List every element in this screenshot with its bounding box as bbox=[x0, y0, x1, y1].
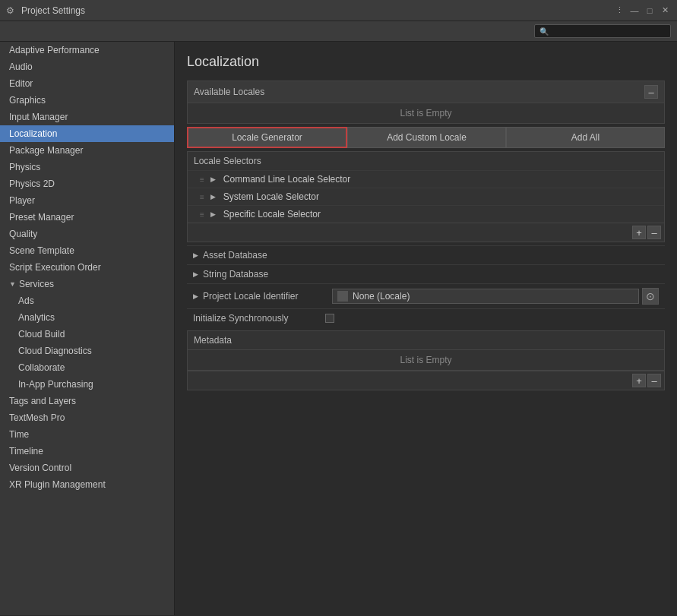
sidebar-label: Analytics bbox=[18, 312, 55, 323]
system-locale-selector-label: System Locale Selector bbox=[223, 191, 319, 202]
search-bar: 🔍 bbox=[0, 21, 677, 42]
sidebar-item-input-manager[interactable]: Input Manager bbox=[0, 109, 174, 125]
sidebar-item-analytics[interactable]: Analytics bbox=[0, 309, 174, 326]
add-all-button[interactable]: Add All bbox=[506, 127, 665, 148]
locale-generator-button[interactable]: Locale Generator bbox=[187, 127, 347, 148]
available-locales-empty: List is Empty bbox=[188, 103, 664, 123]
sidebar-label: Preset Manager bbox=[9, 212, 74, 223]
search-input[interactable] bbox=[552, 27, 666, 36]
sidebar: Adaptive PerformanceAudioEditorGraphicsI… bbox=[0, 42, 175, 615]
specific-locale-selector-row: ≡ ▶ Specific Locale Selector bbox=[188, 205, 664, 223]
window-title: Project Settings bbox=[21, 5, 613, 16]
sidebar-label: Input Manager bbox=[9, 112, 68, 122]
project-locale-value-field[interactable]: None (Locale) bbox=[332, 289, 639, 304]
asset-database-row[interactable]: ▶ Asset Database bbox=[187, 245, 665, 264]
locale-selectors-label: Locale Selectors bbox=[188, 152, 664, 170]
specific-locale-handle: ≡ bbox=[200, 210, 204, 219]
system-locale-selector-row: ≡ ▶ System Locale Selector bbox=[188, 188, 664, 205]
available-locales-header: Available Locales – bbox=[188, 81, 664, 103]
sidebar-item-collaborate[interactable]: Collaborate bbox=[0, 359, 174, 376]
project-locale-pick-button[interactable]: ⊙ bbox=[642, 288, 659, 305]
sidebar-label: Localization bbox=[9, 128, 57, 139]
sidebar-item-version-control[interactable]: Version Control bbox=[0, 460, 174, 476]
sidebar-item-cloud-diagnostics[interactable]: Cloud Diagnostics bbox=[0, 343, 174, 359]
sidebar-label: In-App Purchasing bbox=[18, 379, 93, 390]
sidebar-label: Version Control bbox=[9, 463, 71, 473]
sidebar-label: TextMesh Pro bbox=[9, 412, 65, 423]
sidebar-label: Scene Template bbox=[9, 245, 74, 256]
sidebar-item-in-app-purchasing[interactable]: In-App Purchasing bbox=[0, 376, 174, 393]
command-line-arrow: ▶ bbox=[210, 175, 216, 183]
sidebar-label: Adaptive Performance bbox=[9, 45, 100, 55]
metadata-empty: List is Empty bbox=[187, 349, 665, 371]
sidebar-label: Quality bbox=[9, 229, 37, 239]
specific-locale-arrow: ▶ bbox=[210, 210, 216, 218]
locale-selectors-controls: + – bbox=[188, 223, 664, 242]
sidebar-label: Services bbox=[19, 279, 54, 289]
sidebar-item-cloud-build[interactable]: Cloud Build bbox=[0, 326, 174, 343]
sidebar-arrow-icon: ▼ bbox=[9, 280, 16, 288]
sidebar-item-script-execution-order[interactable]: Script Execution Order bbox=[0, 259, 174, 276]
metadata-controls: + – bbox=[187, 371, 665, 390]
search-wrap: 🔍 bbox=[534, 24, 671, 38]
locale-selectors-add-btn[interactable]: + bbox=[632, 226, 646, 239]
add-custom-locale-button[interactable]: Add Custom Locale bbox=[347, 127, 506, 148]
command-line-handle: ≡ bbox=[200, 175, 204, 184]
close-button[interactable]: ✕ bbox=[659, 5, 671, 17]
metadata-add-btn[interactable]: + bbox=[632, 374, 646, 387]
sidebar-item-graphics[interactable]: Graphics bbox=[0, 92, 174, 109]
available-locales-label: Available Locales bbox=[194, 87, 264, 97]
sidebar-item-tags-and-layers[interactable]: Tags and Layers bbox=[0, 393, 174, 409]
project-locale-row: ▶ Project Locale Identifier None (Locale… bbox=[187, 283, 665, 308]
sidebar-item-timeline[interactable]: Timeline bbox=[0, 443, 174, 460]
sidebar-item-time[interactable]: Time bbox=[0, 426, 174, 443]
sidebar-label: Player bbox=[9, 195, 35, 206]
page-title: Localization bbox=[187, 54, 665, 70]
available-locales-section: Available Locales – List is Empty bbox=[187, 81, 665, 124]
initialize-synchronously-label: Initialize Synchronously bbox=[193, 313, 322, 324]
string-database-row[interactable]: ▶ String Database bbox=[187, 264, 665, 283]
sidebar-label: Editor bbox=[9, 78, 33, 89]
sidebar-item-physics-2d[interactable]: Physics 2D bbox=[0, 175, 174, 192]
sidebar-label: Cloud Build bbox=[18, 329, 65, 340]
initialize-synchronously-row: Initialize Synchronously bbox=[187, 308, 665, 327]
sidebar-item-xr-plugin-management[interactable]: XR Plugin Management bbox=[0, 476, 174, 493]
sidebar-item-package-manager[interactable]: Package Manager bbox=[0, 142, 174, 159]
sidebar-item-audio[interactable]: Audio bbox=[0, 58, 174, 75]
sidebar-item-adaptive-performance[interactable]: Adaptive Performance bbox=[0, 42, 174, 58]
metadata-remove-btn[interactable]: – bbox=[647, 374, 661, 387]
settings-icon: ⚙ bbox=[6, 5, 17, 16]
sidebar-item-physics[interactable]: Physics bbox=[0, 159, 174, 175]
sidebar-item-textmesh-pro[interactable]: TextMesh Pro bbox=[0, 409, 174, 426]
sidebar-label: Cloud Diagnostics bbox=[18, 346, 92, 356]
asset-database-arrow-icon: ▶ bbox=[193, 251, 198, 259]
sidebar-label: Tags and Layers bbox=[9, 396, 76, 406]
sidebar-item-preset-manager[interactable]: Preset Manager bbox=[0, 209, 174, 226]
sidebar-label: Physics bbox=[9, 162, 40, 172]
sidebar-item-ads[interactable]: Ads bbox=[0, 292, 174, 309]
locale-selectors-section: Locale Selectors ≡ ▶ Command Line Locale… bbox=[187, 151, 665, 242]
menu-button[interactable]: ⋮ bbox=[613, 5, 625, 17]
initialize-synchronously-checkbox[interactable] bbox=[325, 314, 334, 323]
sidebar-label: XR Plugin Management bbox=[9, 479, 106, 490]
sidebar-label: Package Manager bbox=[9, 145, 83, 156]
locale-selectors-remove-btn[interactable]: – bbox=[647, 226, 661, 239]
available-locales-minus-btn[interactable]: – bbox=[644, 85, 658, 99]
sidebar-label: Audio bbox=[9, 62, 33, 72]
buttons-row: Locale Generator Add Custom Locale Add A… bbox=[187, 127, 665, 148]
maximize-button[interactable]: □ bbox=[644, 5, 656, 17]
sidebar-item-player[interactable]: Player bbox=[0, 192, 174, 209]
sidebar-item-scene-template[interactable]: Scene Template bbox=[0, 242, 174, 259]
project-locale-label: Project Locale Identifier bbox=[203, 291, 332, 302]
sidebar-item-services[interactable]: ▼Services bbox=[0, 276, 174, 292]
project-locale-arrow-icon: ▶ bbox=[193, 292, 198, 300]
sidebar-item-quality[interactable]: Quality bbox=[0, 226, 174, 242]
sidebar-item-localization[interactable]: Localization bbox=[0, 125, 174, 142]
command-line-selector-row: ≡ ▶ Command Line Locale Selector bbox=[188, 170, 664, 188]
available-locales-body: List is Empty bbox=[188, 103, 664, 123]
project-locale-value: None (Locale) bbox=[353, 291, 410, 302]
minimize-button[interactable]: — bbox=[628, 5, 641, 17]
system-locale-handle: ≡ bbox=[200, 193, 204, 201]
sidebar-label: Script Execution Order bbox=[9, 262, 101, 273]
sidebar-item-editor[interactable]: Editor bbox=[0, 75, 174, 92]
